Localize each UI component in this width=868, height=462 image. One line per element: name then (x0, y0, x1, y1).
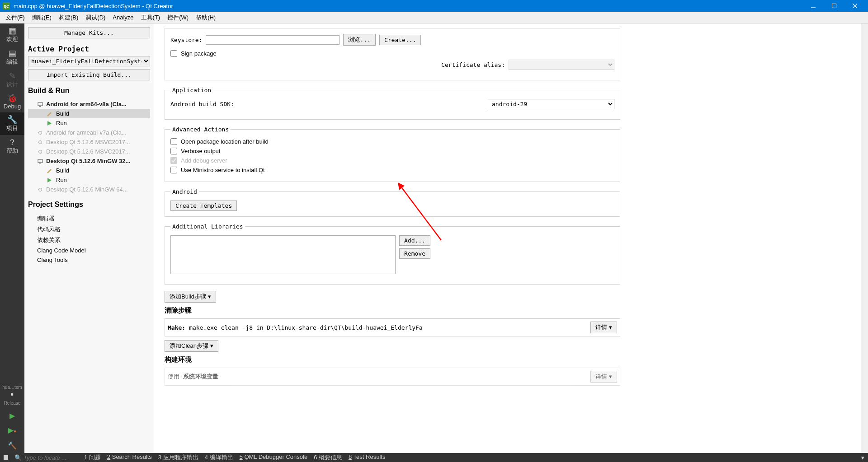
build-and-run-heading: Build & Run (28, 87, 150, 95)
menu-build[interactable]: 构建(B) (55, 12, 82, 23)
mode-selector-bar: ▦欢迎 ▤编辑 ✎设计 🐞Debug 🔧项目 ？帮助 hua…tem ▫️ Re… (0, 23, 24, 453)
keystore-create-button[interactable]: Create... (379, 35, 421, 45)
use-ministro-checkbox[interactable] (170, 167, 177, 173)
advanced-actions-legend: Advanced Actions (170, 126, 231, 133)
output-pane-tab[interactable]: 8 Test Results (349, 453, 385, 462)
mode-design[interactable]: ✎设计 (0, 69, 24, 91)
window-close-button[interactable] (844, 0, 865, 12)
debug-run-button[interactable]: ▶● (0, 423, 24, 439)
mode-debug[interactable]: 🐞Debug (0, 91, 24, 112)
svg-rect-4 (38, 103, 42, 106)
kit-item[interactable]: Desktop Qt 5.12.6 MinGW 64... (28, 185, 150, 194)
output-pane-tab[interactable]: 4 编译输出 (205, 453, 233, 462)
window-title: main.cpp @ huawei_ElderlyFallDetectionSy… (14, 3, 803, 9)
project-settings-heading: Project Settings (28, 201, 150, 209)
create-templates-button[interactable]: Create Templates (170, 201, 237, 211)
mode-edit[interactable]: ▤编辑 (0, 46, 24, 69)
active-project-heading: Active Project (28, 45, 150, 53)
sign-package-checkbox[interactable] (170, 50, 177, 57)
kit-disabled-icon (37, 149, 43, 155)
kit-child-label: Run (56, 120, 67, 126)
manage-kits-button[interactable]: Manage Kits... (28, 27, 150, 38)
window-maximize-button[interactable] (824, 0, 844, 12)
project-setting-item[interactable]: Clang Code Model (28, 246, 150, 255)
android-sdk-label: Android build SDK: (170, 101, 234, 107)
kit-run-item[interactable]: Run (28, 175, 150, 185)
build-env-heading: 构建环境 (165, 355, 620, 364)
menu-widgets[interactable]: 控件(W) (164, 12, 192, 23)
kit-label: Desktop Qt 5.12.6 MSVC2017... (46, 148, 130, 155)
menu-file[interactable]: 文件(F) (2, 12, 28, 23)
kit-item[interactable]: Desktop Qt 5.12.6 MSVC2017... (28, 137, 150, 147)
kit-item[interactable]: Android for arm64-v8a (Cla... (28, 99, 150, 109)
main-menubar: 文件(F) 编辑(E) 构建(B) 调试(D) Analyze 工具(T) 控件… (0, 12, 868, 23)
project-setting-item[interactable]: 编辑器 (28, 213, 150, 224)
kit-build-item[interactable]: Build (28, 166, 150, 175)
android-legend: Android (170, 188, 199, 195)
verbose-output-label: Verbose output (181, 148, 220, 154)
kit-label: Desktop Qt 5.12.6 MSVC2017... (46, 139, 130, 145)
kit-run-item[interactable]: Run (28, 118, 150, 128)
toggle-sidebar-icon[interactable] (4, 455, 8, 460)
output-pane-tab[interactable]: 3 应用程序输出 (158, 453, 198, 462)
remove-lib-button[interactable]: Remove (399, 248, 430, 259)
mode-help-label: 帮助 (6, 147, 18, 154)
project-setting-item[interactable]: 依赖关系 (28, 235, 150, 246)
menu-tools[interactable]: 工具(T) (137, 12, 164, 23)
keystore-input[interactable] (206, 35, 340, 45)
kit-item[interactable]: Desktop Qt 5.12.6 MSVC2017... (28, 147, 150, 156)
cert-alias-select (509, 60, 614, 70)
locator[interactable]: 🔍 (14, 454, 78, 461)
menu-debug[interactable]: 调试(D) (82, 12, 109, 23)
mode-help[interactable]: ？帮助 (0, 135, 24, 158)
svg-rect-6 (38, 159, 42, 163)
menu-analyze[interactable]: Analyze (109, 12, 137, 23)
mode-edit-label: 编辑 (6, 58, 18, 65)
output-pane-tab[interactable]: 6 概要信息 (314, 453, 342, 462)
use-ministro-label: Use Ministro service to install Qt (181, 167, 265, 173)
import-build-button[interactable]: Import Existing Build... (28, 69, 150, 80)
add-build-step-button[interactable]: 添加Build步骤 (165, 291, 216, 303)
project-setting-item[interactable]: 代码风格 (28, 224, 150, 235)
make-step-details-button[interactable]: 详情 (590, 322, 617, 333)
output-pane-tab[interactable]: 5 QML Debugger Console (240, 453, 308, 462)
build-env-details-button[interactable]: 详情 (590, 371, 617, 383)
vertical-scrollbar[interactable] (861, 23, 868, 453)
build-button[interactable]: 🔨 (0, 439, 24, 453)
output-pane-tab[interactable]: 1 问题 (84, 453, 101, 462)
add-debug-server-label: Add debug server (181, 157, 227, 164)
kit-build-item[interactable]: Build (28, 109, 150, 118)
output-pane-dropdown-icon[interactable]: ▾ (861, 454, 864, 461)
kit-child-label: Build (56, 167, 69, 174)
keystore-browse-button[interactable]: 浏览... (343, 34, 375, 46)
additional-libs-list[interactable] (170, 235, 396, 274)
android-sdk-select[interactable]: android-29 (488, 99, 614, 109)
kit-enabled-icon (37, 101, 43, 107)
add-lib-button[interactable]: Add... (399, 235, 430, 246)
active-project-select[interactable]: huawei_ElderlyFallDetectionSystem (28, 56, 150, 66)
kit-item[interactable]: Desktop Qt 5.12.6 MinGW 32... (28, 156, 150, 166)
project-setting-item[interactable]: Clang Tools (28, 255, 150, 265)
locator-input[interactable] (24, 454, 78, 461)
verbose-output-checkbox[interactable] (170, 148, 177, 154)
target-build-cfg: Release (4, 401, 21, 406)
svg-rect-5 (39, 106, 41, 107)
mode-welcome[interactable]: ▦欢迎 (0, 23, 24, 46)
mode-projects[interactable]: 🔧项目 (0, 112, 24, 135)
run-button[interactable]: ▶ (0, 409, 24, 423)
target-selector[interactable]: hua…tem ▫️ Release (0, 381, 24, 409)
output-pane-tab[interactable]: 2 Search Results (107, 453, 152, 462)
run-icon (46, 120, 52, 126)
sign-package-label: Sign package (181, 50, 217, 57)
menu-edit[interactable]: 编辑(E) (28, 12, 55, 23)
add-debug-server-checkbox (170, 157, 177, 164)
kit-item[interactable]: Android for armeabi-v7a (Cla... (28, 128, 150, 137)
add-clean-step-button[interactable]: 添加Clean步骤 (165, 340, 218, 352)
output-panes-bar: 🔍 1 问题2 Search Results3 应用程序输出4 编译输出5 QM… (0, 453, 868, 462)
open-pkg-loc-checkbox[interactable] (170, 138, 177, 145)
menu-help[interactable]: 帮助(H) (192, 12, 219, 23)
keystore-label: Keystore: (170, 37, 202, 43)
window-titlebar: qc main.cpp @ huawei_ElderlyFallDetectio… (0, 0, 868, 12)
kit-disabled-icon (37, 139, 43, 145)
window-minimize-button[interactable] (803, 0, 824, 12)
